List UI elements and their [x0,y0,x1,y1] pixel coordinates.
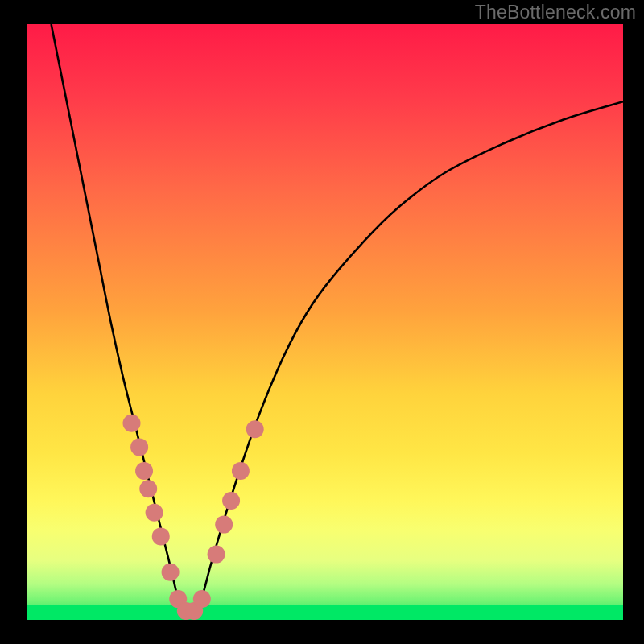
data-dot [222,492,240,510]
outer-frame: TheBottleneck.com [0,0,644,644]
chart-svg [27,24,623,620]
data-dot [123,415,141,432]
data-dot [152,527,170,545]
curve-right [188,101,623,613]
data-dot [135,462,153,480]
data-dot [215,516,233,534]
data-dots [123,415,264,620]
data-dot [208,546,225,564]
data-dot [193,590,211,608]
data-dot [246,420,264,438]
data-dot [130,438,148,456]
curve-left [52,24,188,614]
data-dot [139,480,157,497]
data-dot [146,504,163,522]
watermark-text: TheBottleneck.com [475,2,636,23]
data-dot [162,564,180,581]
plot-area [27,24,623,620]
data-dot [232,462,250,480]
